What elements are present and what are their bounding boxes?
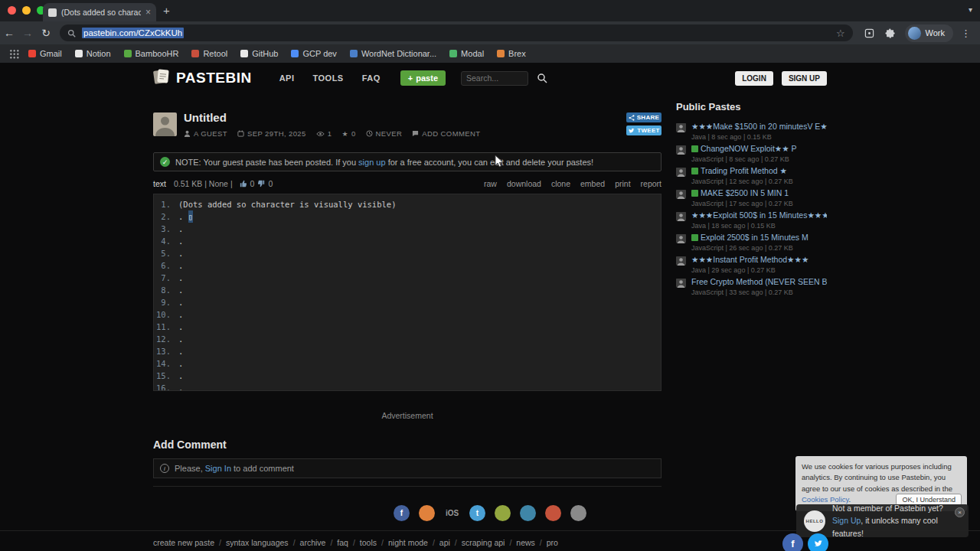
public-paste-title[interactable]: Exploit 2500$ in 15 Minutes M <box>691 233 827 242</box>
paste-action-link[interactable]: clone <box>551 179 570 188</box>
new-tab-button[interactable]: + <box>163 4 170 17</box>
browser-action-icon[interactable] <box>864 28 874 38</box>
line-number[interactable]: 5. <box>154 247 178 259</box>
public-paste-title[interactable]: MAKE $2500 IN 5 MIN 1 <box>691 188 827 197</box>
line-number[interactable]: 15. <box>154 370 178 382</box>
footer-link[interactable]: archive <box>289 538 326 547</box>
line-number[interactable]: 10. <box>154 308 178 321</box>
signup-button[interactable]: SIGN UP <box>782 71 827 86</box>
login-button[interactable]: LOGIN <box>735 71 773 86</box>
search-icon[interactable] <box>537 73 547 83</box>
line-number[interactable]: 13. <box>154 345 178 357</box>
paste-action-link[interactable]: report <box>641 179 662 188</box>
line-number[interactable]: 1. <box>154 198 178 210</box>
facebook-float-button[interactable]: f <box>782 533 803 551</box>
tweet-button[interactable]: TWEET <box>626 126 662 135</box>
footer-link[interactable]: tools <box>348 538 377 547</box>
paste-badge-icon <box>691 145 698 152</box>
paste-action-link[interactable]: raw <box>484 179 497 188</box>
add-comment-link[interactable]: ADD COMMENT <box>412 129 480 138</box>
public-paste-title[interactable]: Free Crypto Method (NEVER SEEN BEFORE)★ … <box>691 277 827 286</box>
footer-link[interactable]: scraping api <box>450 538 505 547</box>
apps-grid-icon[interactable] <box>9 49 19 59</box>
footer-link[interactable]: news <box>505 538 534 547</box>
social-icon[interactable]: iOS <box>444 505 460 521</box>
nav-link[interactable]: TOOLS <box>313 73 344 83</box>
line-number[interactable]: 2. <box>154 210 178 223</box>
public-paste-title[interactable]: ★★★Instant Profit Method★★★ <box>691 255 827 264</box>
social-icon[interactable] <box>495 505 511 521</box>
share-button[interactable]: SHARE <box>626 112 662 122</box>
bookmark-item[interactable]: WordNet Dictionar... <box>350 49 436 58</box>
line-number[interactable]: 11. <box>154 321 178 333</box>
format-link[interactable]: text <box>153 179 166 188</box>
code-line: 1. (Dots added so character is visually … <box>154 198 661 210</box>
social-icon[interactable] <box>545 505 561 521</box>
tab-list-chevron-icon[interactable]: ▾ <box>969 5 972 14</box>
social-icon[interactable] <box>419 505 435 521</box>
address-bar[interactable]: pastebin.com/CZxCkKUh ☆ <box>60 24 853 41</box>
twitter-float-button[interactable] <box>808 533 828 551</box>
line-number[interactable]: 8. <box>154 284 178 296</box>
social-icon[interactable]: t <box>469 505 485 521</box>
forward-button[interactable]: → <box>18 27 37 39</box>
social-icon[interactable] <box>570 505 586 521</box>
paste-rating[interactable]: ★ 0 <box>341 129 355 138</box>
popup-close-icon[interactable]: × <box>955 507 965 517</box>
paste-action-link[interactable]: download <box>507 179 541 188</box>
sign-up-link[interactable]: sign up <box>358 158 385 167</box>
line-number[interactable]: 16. <box>154 382 178 391</box>
minimize-window-button[interactable] <box>22 6 31 15</box>
thumbs-down-icon[interactable] <box>257 180 265 187</box>
reload-button[interactable]: ↻ <box>37 27 55 39</box>
new-paste-button[interactable]: + paste <box>400 70 446 86</box>
tab-close-icon[interactable]: × <box>145 8 151 17</box>
search-input[interactable] <box>461 71 528 86</box>
browser-menu-icon[interactable]: ⋮ <box>961 28 971 39</box>
plus-icon: + <box>408 73 413 83</box>
bookmark-item[interactable]: Retool <box>191 49 227 58</box>
bookmark-item[interactable]: Gmail <box>28 49 62 58</box>
nav-link[interactable]: FAQ <box>362 73 381 83</box>
thumbs-up-icon[interactable] <box>240 180 247 187</box>
bookmark-item[interactable]: Notion <box>75 49 111 58</box>
line-number[interactable]: 6. <box>154 259 178 272</box>
footer-link[interactable]: night mode <box>377 538 428 547</box>
line-number[interactable]: 12. <box>154 333 178 345</box>
footer-link[interactable]: faq <box>325 538 348 547</box>
line-number[interactable]: 9. <box>154 296 178 308</box>
pastebin-logo[interactable]: PASTEBIN <box>153 67 252 89</box>
paste-action-link[interactable]: print <box>615 179 630 188</box>
social-icon[interactable] <box>520 505 536 521</box>
popup-sign-up-link[interactable]: Sign Up <box>832 516 861 525</box>
footer-link[interactable]: syntax languages <box>214 538 289 547</box>
footer-link[interactable]: pro <box>535 538 558 547</box>
bookmark-item[interactable]: Brex <box>497 49 526 58</box>
public-paste-title[interactable]: ★★★Make $1500 in 20 minutesV E★★★ <box>691 122 827 131</box>
back-button[interactable]: ← <box>0 27 18 39</box>
public-paste-title[interactable]: Trading Profit Method ★ <box>691 166 827 175</box>
bookmark-star-icon[interactable]: ☆ <box>836 28 845 39</box>
footer-link[interactable]: create new paste <box>153 538 214 547</box>
bookmark-item[interactable]: GCP dev <box>291 49 336 58</box>
browser-tab[interactable]: (Dots added so character is × <box>43 3 156 21</box>
line-number[interactable]: 3. <box>154 223 178 235</box>
footer-link[interactable]: api <box>428 538 450 547</box>
public-paste-title[interactable]: ★★★Exploit 500$ in 15 Minutes★★★ <box>691 210 827 220</box>
bookmark-item[interactable]: GitHub <box>240 49 278 58</box>
line-number[interactable]: 14. <box>154 357 178 370</box>
public-paste-title[interactable]: ChangeNOW Exploit★★ P <box>691 144 827 153</box>
line-number[interactable]: 4. <box>154 235 178 247</box>
paste-actions: rawdownloadcloneembedprintreport <box>484 179 662 188</box>
paste-action-link[interactable]: embed <box>580 179 605 188</box>
social-icon[interactable]: f <box>394 505 410 521</box>
bookmark-item[interactable]: BambooHR <box>124 49 179 58</box>
browser-profile-chip[interactable]: Work <box>905 24 953 42</box>
bookmark-item[interactable]: Modal <box>449 49 484 58</box>
close-window-button[interactable] <box>8 6 16 15</box>
info-icon: i <box>160 464 169 473</box>
line-number[interactable]: 7. <box>154 272 178 284</box>
nav-link[interactable]: API <box>279 73 295 83</box>
sign-in-link[interactable]: Sign In <box>205 464 231 473</box>
extensions-puzzle-icon[interactable] <box>885 28 895 38</box>
